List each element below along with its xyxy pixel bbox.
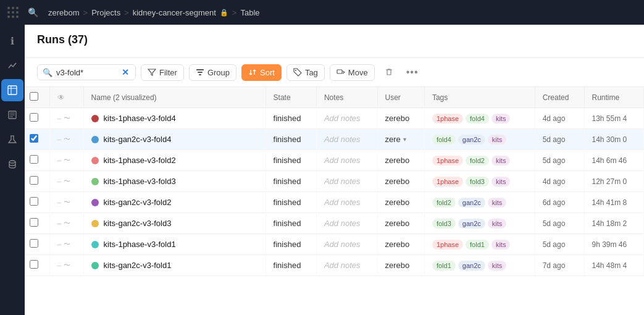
tag-badge[interactable]: kits xyxy=(491,156,511,166)
user-caret-icon[interactable]: ▾ xyxy=(403,136,406,143)
tag-badge[interactable]: kits xyxy=(491,240,511,250)
delete-button[interactable] xyxy=(380,63,398,82)
tag-badge[interactable]: gan2c xyxy=(458,261,485,271)
run-name[interactable]: kits-1phase-v3-fold2 xyxy=(104,156,176,165)
col-state[interactable]: State xyxy=(266,87,316,108)
row-wave-icon[interactable]: 〜 xyxy=(64,135,70,144)
move-button[interactable]: Move xyxy=(330,64,375,81)
row-wave-icon[interactable]: 〜 xyxy=(64,156,70,165)
row-notes-cell[interactable]: Add notes xyxy=(316,150,377,171)
notes-text[interactable]: Add notes xyxy=(324,240,361,249)
tag-badge[interactable]: fold4 xyxy=(466,114,489,124)
tag-badge[interactable]: fold2 xyxy=(432,198,456,208)
notes-text[interactable]: Add notes xyxy=(324,156,361,165)
sidebar-item-science[interactable] xyxy=(1,128,23,151)
tag-badge[interactable]: 1phase xyxy=(432,114,463,124)
notes-text[interactable]: Add notes xyxy=(324,198,361,207)
row-name-cell[interactable]: kits-gan2c-v3-fold1 xyxy=(83,255,266,276)
row-notes-cell[interactable]: Add notes xyxy=(316,192,377,213)
row-wave-icon[interactable]: 〜 xyxy=(64,240,70,249)
row-notes-cell[interactable]: Add notes xyxy=(316,213,377,234)
app-grid-icon[interactable] xyxy=(7,7,19,19)
row-checkbox[interactable] xyxy=(30,134,38,143)
tag-badge[interactable]: kits xyxy=(488,198,507,208)
notes-text[interactable]: Add notes xyxy=(324,177,361,186)
row-name-cell[interactable]: kits-1phase-v3-fold2 xyxy=(83,150,266,171)
tag-badge[interactable]: gan2c xyxy=(458,135,485,145)
row-notes-cell[interactable]: Add notes xyxy=(316,255,377,276)
breadcrumb-projects[interactable]: Projects xyxy=(91,8,120,17)
col-name[interactable]: Name (2 visualized) xyxy=(83,87,266,108)
row-notes-cell[interactable]: Add notes xyxy=(316,234,377,255)
tag-badge[interactable]: gan2c xyxy=(458,219,485,229)
breadcrumb-table[interactable]: Table xyxy=(240,8,259,17)
row-name-cell[interactable]: kits-gan2c-v3-fold4 xyxy=(83,129,266,150)
row-name-cell[interactable]: kits-1phase-v3-fold4 xyxy=(83,108,266,129)
notes-text[interactable]: Add notes xyxy=(324,114,361,123)
sidebar-item-database[interactable] xyxy=(1,153,23,175)
col-runtime[interactable]: Runtime xyxy=(584,87,644,108)
tag-badge[interactable]: 1phase xyxy=(432,177,463,187)
filter-button[interactable]: Filter xyxy=(141,64,184,81)
row-checkbox[interactable] xyxy=(30,113,38,122)
tag-badge[interactable]: kits xyxy=(491,177,511,187)
sidebar-item-table[interactable] xyxy=(1,79,23,101)
row-notes-cell[interactable]: Add notes xyxy=(316,129,377,150)
run-name[interactable]: kits-gan2c-v3-fold2 xyxy=(104,198,172,207)
tag-badge[interactable]: kits xyxy=(491,114,511,124)
row-wave-icon[interactable]: 〜 xyxy=(64,114,70,123)
col-notes[interactable]: Notes xyxy=(316,87,377,108)
search-input[interactable] xyxy=(56,68,118,77)
tag-badge[interactable]: fold3 xyxy=(466,177,489,187)
select-all-checkbox[interactable] xyxy=(30,92,38,101)
search-clear-button[interactable]: ✕ xyxy=(122,67,129,77)
row-wave-icon[interactable]: 〜 xyxy=(64,177,70,186)
notes-text[interactable]: Add notes xyxy=(324,219,361,228)
row-checkbox[interactable] xyxy=(30,239,38,248)
run-name[interactable]: kits-1phase-v3-fold1 xyxy=(104,240,176,249)
col-created[interactable]: Created xyxy=(535,87,584,108)
run-name[interactable]: kits-1phase-v3-fold4 xyxy=(104,114,176,123)
row-checkbox[interactable] xyxy=(30,155,38,164)
tag-badge[interactable]: fold4 xyxy=(432,135,456,145)
row-wave-icon[interactable]: 〜 xyxy=(64,198,70,207)
row-name-cell[interactable]: kits-gan2c-v3-fold3 xyxy=(83,213,266,234)
row-name-cell[interactable]: kits-1phase-v3-fold1 xyxy=(83,234,266,255)
row-notes-cell[interactable]: Add notes xyxy=(316,108,377,129)
breadcrumb-app[interactable]: zerebom xyxy=(48,8,80,17)
notes-text[interactable]: Add notes xyxy=(324,261,361,270)
tag-badge[interactable]: fold1 xyxy=(466,240,489,250)
tag-badge[interactable]: gan2c xyxy=(458,198,485,208)
row-wave-icon[interactable]: 〜 xyxy=(64,219,70,228)
tag-badge[interactable]: kits xyxy=(488,135,507,145)
tag-badge[interactable]: fold2 xyxy=(466,156,489,166)
tag-badge[interactable]: 1phase xyxy=(432,156,463,166)
tag-badge[interactable]: fold3 xyxy=(432,219,456,229)
run-name[interactable]: kits-1phase-v3-fold3 xyxy=(104,177,176,186)
row-name-cell[interactable]: kits-gan2c-v3-fold2 xyxy=(83,192,266,213)
sidebar-item-info[interactable]: ℹ xyxy=(1,30,23,52)
sidebar-item-notes[interactable] xyxy=(1,104,23,126)
row-wave-icon[interactable]: 〜 xyxy=(64,261,70,270)
sidebar-item-chart[interactable] xyxy=(1,54,23,77)
tag-button[interactable]: Tag xyxy=(286,64,325,81)
tag-badge[interactable]: 1phase xyxy=(432,240,463,250)
search-box[interactable]: 🔍 ✕ xyxy=(37,64,136,80)
row-checkbox[interactable] xyxy=(30,176,38,185)
run-name[interactable]: kits-gan2c-v3-fold3 xyxy=(104,219,172,228)
tag-badge[interactable]: fold1 xyxy=(432,261,456,271)
run-name[interactable]: kits-gan2c-v3-fold1 xyxy=(104,261,172,270)
run-name[interactable]: kits-gan2c-v3-fold4 xyxy=(104,135,172,144)
sort-button[interactable]: Sort xyxy=(241,64,282,81)
more-button[interactable]: ••• xyxy=(403,63,422,82)
col-tags[interactable]: Tags xyxy=(424,87,535,108)
row-checkbox[interactable] xyxy=(30,260,38,269)
breadcrumb-project[interactable]: kidney-cancer-segment xyxy=(133,8,216,17)
row-checkbox[interactable] xyxy=(30,218,38,227)
col-user[interactable]: User xyxy=(377,87,424,108)
notes-text[interactable]: Add notes xyxy=(324,135,361,144)
row-checkbox[interactable] xyxy=(30,197,38,206)
group-button[interactable]: Group xyxy=(189,64,236,81)
row-name-cell[interactable]: kits-1phase-v3-fold3 xyxy=(83,171,266,192)
tag-badge[interactable]: kits xyxy=(488,219,507,229)
